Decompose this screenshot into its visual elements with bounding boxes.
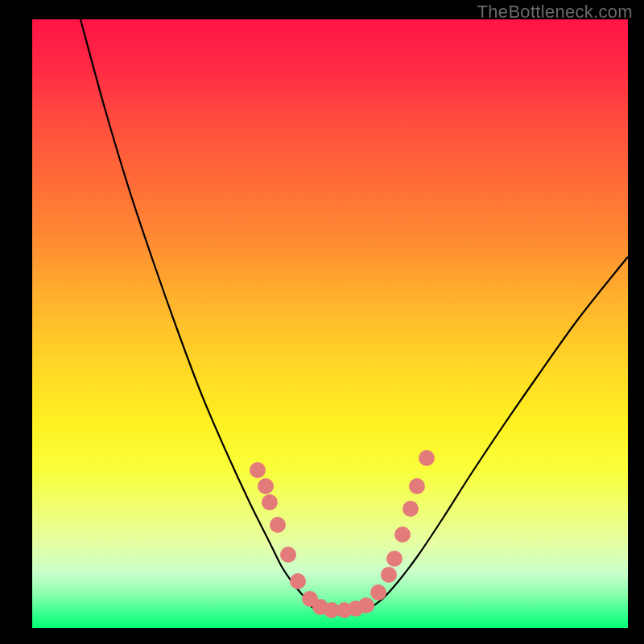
highlight-dot [262,494,278,510]
highlight-dot [409,478,425,494]
plot-area [32,19,628,628]
watermark-text: TheBottleneck.com [477,2,633,23]
v-curve-path [80,19,628,610]
highlight-dot [270,517,286,533]
highlight-dot [258,478,274,494]
highlight-dot [381,567,397,583]
highlight-dot [280,547,296,563]
highlight-dot [370,584,386,601]
highlight-dot [290,573,306,589]
highlight-markers [250,450,435,618]
highlight-dot [394,526,411,543]
bottleneck-curve [80,19,628,610]
highlight-dot [386,551,402,567]
chart-container: TheBottleneck.com [0,0,644,644]
highlight-dot [402,501,419,517]
highlight-dot [250,462,266,478]
curve-overlay [32,19,628,628]
highlight-dot [419,450,435,466]
highlight-dot [358,597,374,613]
